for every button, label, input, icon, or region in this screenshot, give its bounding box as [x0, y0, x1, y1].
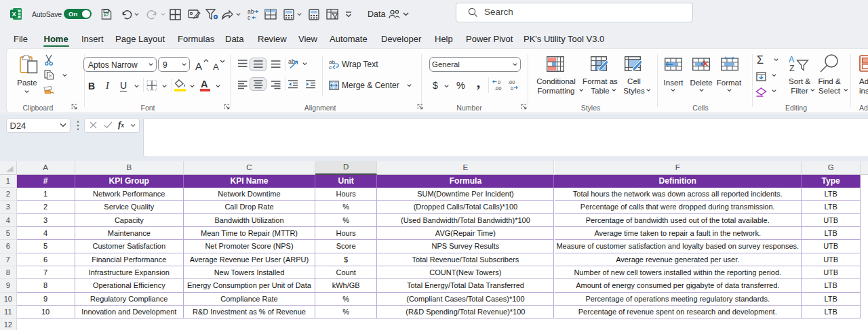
- svg-text:X: X: [12, 10, 17, 18]
- svg-text:c: c: [329, 64, 332, 69]
- svg-text:Z: Z: [789, 64, 795, 72]
- svg-text:.00: .00: [494, 85, 501, 91]
- svg-text:A: A: [789, 55, 795, 64]
- svg-text:0: 0: [511, 85, 513, 91]
- svg-text:c: c: [248, 14, 251, 20]
